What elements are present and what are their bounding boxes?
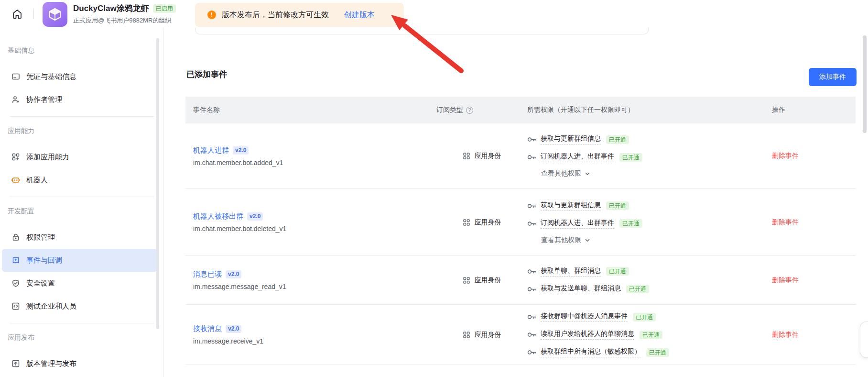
sidebar-divider <box>10 116 154 117</box>
idcard-icon <box>11 72 20 81</box>
event-api-id: im.message.receive_v1 <box>193 337 436 345</box>
event-icon <box>11 256 20 265</box>
delete-event-link[interactable]: 删除事件 <box>772 276 856 285</box>
sidebar-item-event[interactable]: 事件与回调 <box>2 249 157 272</box>
event-api-id: im.message.message_read_v1 <box>193 283 436 290</box>
permission-name[interactable]: 订阅机器人进、出群事件 <box>541 219 614 229</box>
key-icon <box>527 286 536 292</box>
col-permissions: 所需权限（开通以下任一权限即可） <box>527 106 772 114</box>
permission-name[interactable]: 获取与更新群组信息 <box>541 201 601 211</box>
permission-status-badge: 已开通 <box>606 267 629 276</box>
app-subtitle: 正式应用@飞书用户9882MR的组织 <box>73 16 176 25</box>
main-content: 已添加事件 添加事件 事件名称 订阅类型 ? 所需权限（开通以下任一权限即可） … <box>164 28 868 377</box>
sidebar-section-label: 应用能力 <box>8 125 156 136</box>
section-title: 已添加事件 <box>186 69 227 80</box>
chevron-down-icon <box>585 237 590 243</box>
sidebar-item-robot[interactable]: 机器人 <box>2 168 157 191</box>
col-action: 操作 <box>772 106 856 114</box>
permission-name[interactable]: 获取与发送单聊、群组消息 <box>541 284 621 294</box>
publish-icon <box>11 359 20 368</box>
version-badge: v2.0 <box>233 146 249 155</box>
sidebar-item-label: 权限管理 <box>26 233 55 242</box>
version-badge: v2.0 <box>247 212 263 221</box>
event-name-link[interactable]: 机器人进群 <box>193 146 229 155</box>
key-icon <box>527 136 536 143</box>
permission-item: 读取用户发给机器人的单聊消息 已开通 <box>527 326 772 344</box>
shield-icon <box>11 279 20 288</box>
sidebar-section-label: 开发配置 <box>8 206 156 216</box>
floating-helper-widget[interactable] <box>860 322 868 358</box>
permission-status-badge: 已开通 <box>633 313 656 322</box>
app-identity-icon <box>463 277 470 284</box>
page-scrollbar[interactable] <box>863 35 867 133</box>
delete-event-link[interactable]: 删除事件 <box>772 331 856 339</box>
cube-icon <box>47 7 63 22</box>
event-name-link[interactable]: 机器人被移出群 <box>193 212 243 221</box>
events-table: 事件名称 订阅类型 ? 所需权限（开通以下任一权限即可） 操作 机器人进群 v2… <box>185 97 856 365</box>
version-badge: v2.0 <box>226 325 241 333</box>
permission-status-badge: 已开通 <box>606 135 629 144</box>
sidebar-section: 开发配置 权限管理 事件与回调 安全设置 测试企业和人员 <box>0 206 163 323</box>
permission-status-badge: 已开通 <box>606 201 629 210</box>
permission-item: 获取群组中所有消息（敏感权限） 已开通 <box>527 344 772 361</box>
sidebar-section: 基础信息 凭证与基础信息 协作者管理 <box>0 45 163 117</box>
permission-status-badge: 已开通 <box>646 348 669 357</box>
sidebar-item-person-add[interactable]: 协作者管理 <box>2 88 157 111</box>
sidebar-divider <box>10 197 154 197</box>
app-status-badge: 已启用 <box>153 4 176 13</box>
event-name-link[interactable]: 消息已读 <box>193 270 222 279</box>
key-icon <box>527 203 536 209</box>
sidebar-item-label: 凭证与基础信息 <box>26 72 76 81</box>
create-version-link[interactable]: 创建版本 <box>344 10 375 20</box>
table-header-row: 事件名称 订阅类型 ? 所需权限（开通以下任一权限即可） 操作 <box>185 97 856 123</box>
permission-item: 接收群聊中@机器人消息事件 已开通 <box>527 308 772 326</box>
sidebar-item-idcard[interactable]: 凭证与基础信息 <box>2 65 157 88</box>
subscription-type: 应用身份 <box>475 331 501 339</box>
permission-status-badge: 已开通 <box>640 331 662 339</box>
warning-icon: ! <box>207 11 216 19</box>
lock-icon <box>11 233 20 242</box>
permission-name[interactable]: 接收群聊中@机器人消息事件 <box>541 312 628 322</box>
delete-event-link[interactable]: 删除事件 <box>772 218 856 227</box>
key-icon <box>527 314 536 320</box>
sidebar-item-label: 协作者管理 <box>26 95 62 104</box>
sidebar-item-grid-add[interactable]: 添加应用能力 <box>2 145 157 168</box>
event-table-row: 机器人被移出群 v2.0 im.chat.member.bot.deleted_… <box>185 189 856 256</box>
permission-name[interactable]: 读取用户发给机器人的单聊消息 <box>541 330 634 340</box>
event-table-row: 消息已读 v2.0 im.message.message_read_v1 应用身… <box>185 256 856 305</box>
sidebar-item-code[interactable]: 测试企业和人员 <box>2 295 157 318</box>
permission-name[interactable]: 获取与更新群组信息 <box>541 134 601 144</box>
view-other-permissions-link[interactable]: 查看其他权限 <box>541 233 772 248</box>
permission-item: 获取单聊、群组消息 已开通 <box>527 263 772 280</box>
key-icon <box>527 332 536 338</box>
delete-event-link[interactable]: 删除事件 <box>772 152 856 160</box>
home-icon <box>11 8 23 20</box>
key-icon <box>527 268 536 275</box>
subscription-type: 应用身份 <box>475 152 501 160</box>
sidebar-section: 应用发布 版本管理与发布 <box>0 332 163 377</box>
subscription-type: 应用身份 <box>475 276 501 285</box>
event-table-row: 机器人进群 v2.0 im.chat.member.bot.added_v1 应… <box>185 123 856 189</box>
permission-item: 订阅机器人进、出群事件 已开通 <box>527 148 772 166</box>
sidebar-scrollbar[interactable] <box>156 38 159 329</box>
topbar-divider <box>33 9 34 19</box>
key-icon <box>527 154 536 160</box>
event-name-link[interactable]: 接收消息 <box>193 324 222 333</box>
sidebar-item-shield[interactable]: 安全设置 <box>2 272 157 295</box>
home-button[interactable] <box>8 4 27 23</box>
help-icon[interactable]: ? <box>466 107 473 114</box>
view-other-permissions-link[interactable]: 查看其他权限 <box>541 166 772 181</box>
permission-name[interactable]: 订阅机器人进、出群事件 <box>541 152 614 162</box>
sidebar-item-label: 测试企业和人员 <box>26 302 76 311</box>
permission-name[interactable]: 获取单聊、群组消息 <box>541 266 601 277</box>
permission-name[interactable]: 获取群组中所有消息（敏感权限） <box>541 347 641 357</box>
sidebar-nav: 基础信息 凭证与基础信息 协作者管理 应用能力 添加应用能力 机器人 开发配置 … <box>0 28 164 377</box>
key-icon <box>527 349 536 355</box>
app-identity-icon <box>463 152 470 160</box>
add-event-button[interactable]: 添加事件 <box>809 68 857 86</box>
sidebar-item-publish[interactable]: 版本管理与发布 <box>2 352 157 375</box>
chevron-down-icon <box>585 171 590 177</box>
sidebar-item-lock[interactable]: 权限管理 <box>2 226 157 249</box>
sidebar-section: 应用能力 添加应用能力 机器人 <box>0 125 163 197</box>
grid-add-icon <box>11 153 20 161</box>
